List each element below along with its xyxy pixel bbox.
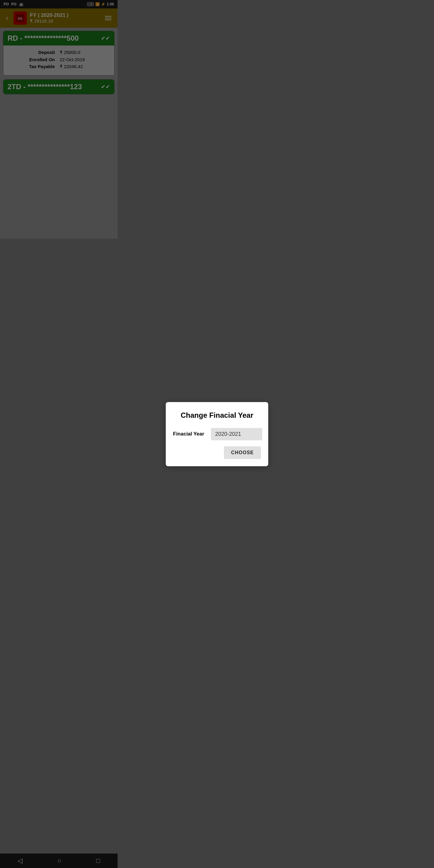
- dialog-overlay: Change Finacial Year Finacial Year CHOOS…: [0, 0, 118, 254]
